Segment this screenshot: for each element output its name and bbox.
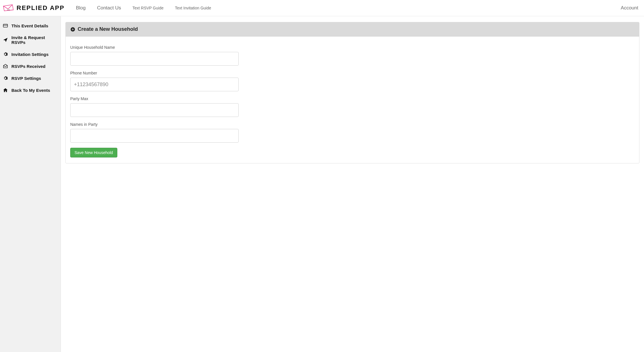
svg-rect-3 [3,24,8,27]
sidebar-item-label: Invitation Settings [11,52,49,57]
sidebar-item-invitation-settings[interactable]: Invitation Settings [0,48,61,60]
household-name-input[interactable] [70,52,239,66]
svg-point-0 [7,10,8,10]
phone-label: Phone Number [70,71,239,75]
party-max-input[interactable] [70,103,239,117]
sidebar-item-label: This Event Details [11,23,48,28]
sidebar-item-invite[interactable]: Invite & Request RSVPs [0,32,61,48]
household-name-label: Unique Household Name [70,45,239,50]
names-input[interactable] [70,129,239,143]
sidebar-item-rsvps-received[interactable]: RSVPs Received [0,60,61,72]
phone-input[interactable] [70,78,239,91]
brand-logo[interactable]: REPLIED APP [3,4,65,12]
gear-icon [3,76,8,81]
nav-rsvp-guide[interactable]: Text RSVP Guide [132,6,164,10]
create-household-panel: Create a New Household Unique Household … [65,22,639,163]
save-household-button[interactable]: Save New Household [70,148,117,157]
envelope-logo-icon [3,4,14,12]
nav-invitation-guide[interactable]: Text Invitation Guide [175,6,211,10]
sidebar-item-event-details[interactable]: This Event Details [0,20,61,32]
sidebar-item-rsvp-settings[interactable]: RSVP Settings [0,72,61,84]
sidebar-item-label: RSVPs Received [11,64,45,69]
names-label: Names in Party [70,122,239,127]
nav-contact[interactable]: Contact Us [97,5,121,11]
envelope-open-icon [3,64,8,69]
sidebar: This Event Details Invite & Request RSVP… [0,16,61,352]
main-content: Create a New Household Unique Household … [61,16,644,352]
sidebar-item-label: Invite & Request RSVPs [11,35,57,45]
panel-title: Create a New Household [78,26,138,32]
card-icon [3,23,8,28]
home-icon [3,88,8,93]
panel-header: Create a New Household [66,22,639,37]
sidebar-item-back-to-events[interactable]: Back To My Events [0,84,61,96]
nav-account[interactable]: Account [621,5,638,11]
top-nav: REPLIED APP Blog Contact Us Text RSVP Gu… [0,0,644,16]
plus-circle-icon [70,27,75,32]
sidebar-item-label: RSVP Settings [11,76,41,81]
nav-blog[interactable]: Blog [76,5,86,11]
nav-links: Blog Contact Us Text RSVP Guide Text Inv… [76,5,211,11]
svg-point-2 [9,10,10,10]
gear-icon [3,52,8,57]
svg-point-1 [8,10,9,10]
panel-body: Unique Household Name Phone Number Party… [66,37,639,163]
paper-plane-icon [3,37,8,43]
brand-name: REPLIED APP [17,4,65,12]
sidebar-item-label: Back To My Events [11,88,50,93]
party-max-label: Party Max [70,96,239,101]
